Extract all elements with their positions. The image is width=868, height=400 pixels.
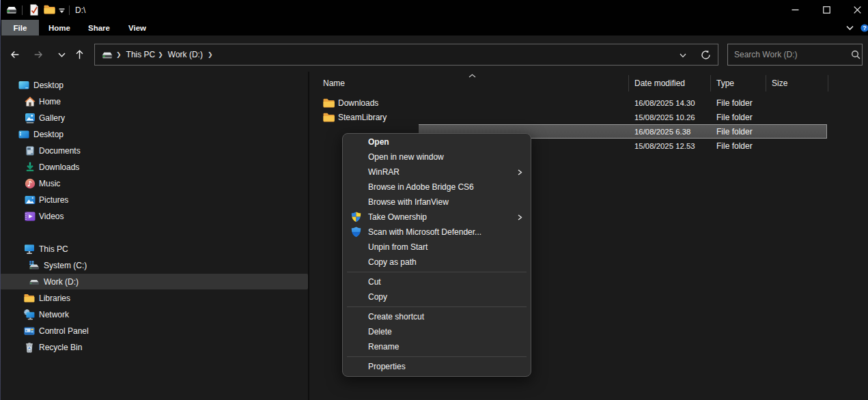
svg-text:?: ?	[863, 25, 867, 31]
